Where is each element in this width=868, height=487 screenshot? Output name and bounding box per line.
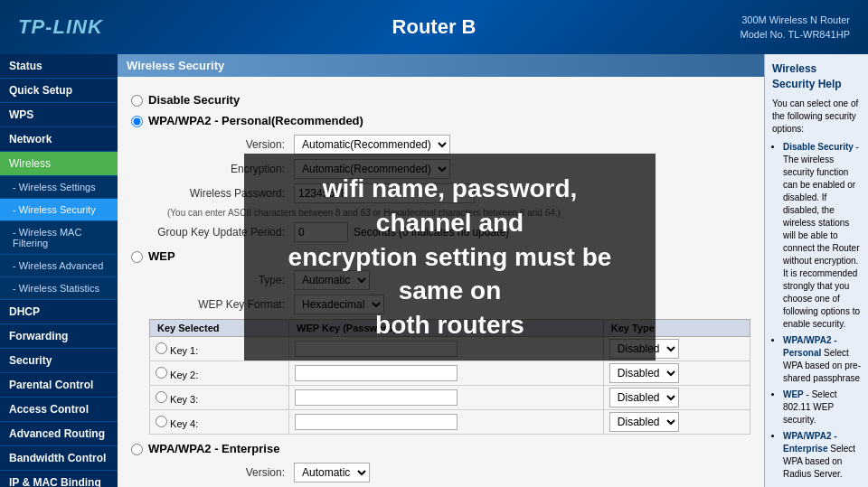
table-row: Key 1: Disabled [150,337,750,361]
wep-key-value-cell [289,410,604,435]
wep-key-radio-4[interactable] [156,416,167,427]
key-type-header: Key Type [603,320,750,337]
help-title: Wireless Security Help [772,61,861,92]
sidebar-item-dhcp[interactable]: DHCP [0,300,118,324]
page-title: Router B [392,15,476,39]
wep-label: WEP [148,249,175,263]
wep-key-type-select-2[interactable]: Disabled [609,363,679,383]
sidebar-item-forwarding[interactable]: Forwarding [0,324,118,349]
password-control [294,183,475,203]
sidebar-item-access-control[interactable]: Access Control [0,398,118,422]
enterprise-form: Version: Automatic Encryption: Automatic [149,463,750,487]
sidebar-item-wireless-advanced[interactable]: - Wireless Advanced [0,255,118,277]
sidebar-item-ip-mac[interactable]: IP & MAC Binding [0,471,118,487]
wpa-personal-radio[interactable] [131,116,143,127]
model-info: 300M Wireless N Router Model No. TL-WR84… [741,13,850,42]
disable-security-radio[interactable] [131,95,143,107]
key-id-cell: Key 4: [150,410,289,435]
wep-key-type-select-1[interactable]: Disabled [609,339,679,359]
wep-radio[interactable] [131,251,143,263]
group-key-input[interactable] [294,222,348,242]
main-content: Wireless Security Disable Security WPA/W… [118,54,764,487]
version-select[interactable]: Automatic(Recommended) [294,135,450,155]
enterprise-radio[interactable] [131,444,143,455]
sidebar-item-status[interactable]: Status [0,54,118,79]
encryption-control: Automatic(Recommended) [294,159,450,179]
password-label: Wireless Password: [149,187,294,200]
wpa-personal-row: WPA/WPA2 - Personal(Recommended) [131,114,750,127]
wep-key-type-cell: Disabled [603,337,750,361]
disable-security-row: Disable Security [131,93,750,107]
version-row: Version: Automatic(Recommended) [149,135,750,155]
sidebar-item-parental-control[interactable]: Parental Control [0,373,118,398]
wep-format-label: WEP Key Format: [149,298,294,311]
wep-format-control: Hexadecimal [294,295,384,314]
group-key-control: Seconds (0 indicates no update) [294,222,509,242]
sidebar-item-wireless-stats[interactable]: - Wireless Statistics [0,277,118,300]
sidebar-item-security[interactable]: Security [0,349,118,373]
list-item: WPA/WPA2 - Enterprise Select WPA based o… [783,430,861,481]
list-item: WPA/WPA2 - Personal Select WPA based on … [783,334,861,385]
wep-key-input-4[interactable] [295,414,458,430]
group-key-row: Group Key Update Period: Seconds (0 indi… [149,222,750,242]
enterprise-label: WPA/WPA2 - Enterprise [148,442,279,455]
wep-key-type-select-4[interactable]: Disabled [609,412,679,432]
wep-key-type-cell: Disabled [603,361,750,386]
sidebar-item-wireless-settings[interactable]: - Wireless Settings [0,176,118,199]
key-id-cell: Key 2: [150,361,289,386]
wep-key-value-cell [289,361,604,386]
table-row: Key 2: Disabled [150,361,750,386]
model-line1: 300M Wireless N Router [741,13,850,28]
wpa-personal-form: Version: Automatic(Recommended) Encrypti… [149,135,750,242]
logo-text: TP-LINK [18,15,103,38]
help-list: Disable Security - The wireless security… [772,141,861,481]
wep-type-select[interactable]: Automatic [294,270,370,290]
version-label: Version: [149,138,294,151]
encryption-select[interactable]: Automatic(Recommended) [294,159,450,179]
wep-form: Type: Automatic WEP Key Format: Hexadeci… [149,270,750,435]
wep-row: WEP [131,249,750,263]
wep-key-radio-2[interactable] [156,367,167,379]
wep-key-input-3[interactable] [295,389,458,406]
help-intro: You can select one of the following secu… [772,98,861,136]
wep-key-header: WEP Key (Password) [289,320,604,337]
password-input[interactable] [294,183,475,203]
list-item: Disable Security - The wireless security… [783,141,861,331]
wep-format-row: WEP Key Format: Hexadecimal [149,295,750,314]
group-key-label: Group Key Update Period: [149,226,294,239]
wep-type-control: Automatic [294,270,370,290]
key-id-cell: Key 3: [150,386,289,410]
wep-format-select[interactable]: Hexadecimal [294,295,384,314]
help-panel: Wireless Security Help You can select on… [764,54,868,487]
group-key-hint: Seconds (0 indicates no update) [354,226,509,239]
key-id-cell: Key 1: [150,337,289,361]
sidebar-item-quick-setup[interactable]: Quick Setup [0,79,118,103]
wep-key-radio-1[interactable] [156,342,167,354]
header: TP-LINK Router B 300M Wireless N Router … [0,0,868,54]
sidebar-item-wireless-mac[interactable]: - Wireless MAC Filtering [0,221,118,255]
version-control: Automatic(Recommended) [294,135,450,155]
ent-version-select[interactable]: Automatic [294,463,370,482]
model-line2: Model No. TL-WR841HP [741,27,850,42]
password-hint: (You can enter ASCII characters between … [167,208,750,218]
wpa-personal-label: WPA/WPA2 - Personal(Recommended) [148,114,363,127]
sidebar-item-advanced-routing[interactable]: Advanced Routing [0,422,118,446]
wep-key-type-select-3[interactable]: Disabled [609,388,679,407]
sidebar-item-network[interactable]: Network [0,127,118,152]
wep-key-radio-3[interactable] [156,391,167,403]
ent-version-row: Version: Automatic [149,463,750,482]
wep-key-input-2[interactable] [295,365,458,381]
sidebar-item-wireless-security[interactable]: - Wireless Security [0,199,118,221]
table-row: Key 3: Disabled [150,386,750,410]
sidebar-item-bandwidth-control[interactable]: Bandwidth Control [0,446,118,471]
wep-key-input-1[interactable] [295,341,458,357]
wep-key-value-cell [289,337,604,361]
disable-security-label: Disable Security [148,93,240,107]
list-item: WEP - Select 802.11 WEP security. [783,389,861,426]
sidebar: StatusQuick SetupWPSNetworkWireless- Wir… [0,54,118,487]
sidebar-item-wps[interactable]: WPS [0,103,118,127]
sidebar-item-wireless[interactable]: Wireless [0,152,118,176]
section-title: Wireless Security [118,54,764,77]
content-area: Disable Security WPA/WPA2 - Personal(Rec… [118,77,764,487]
wep-key-table: Key Selected WEP Key (Password) Key Type… [149,319,750,435]
